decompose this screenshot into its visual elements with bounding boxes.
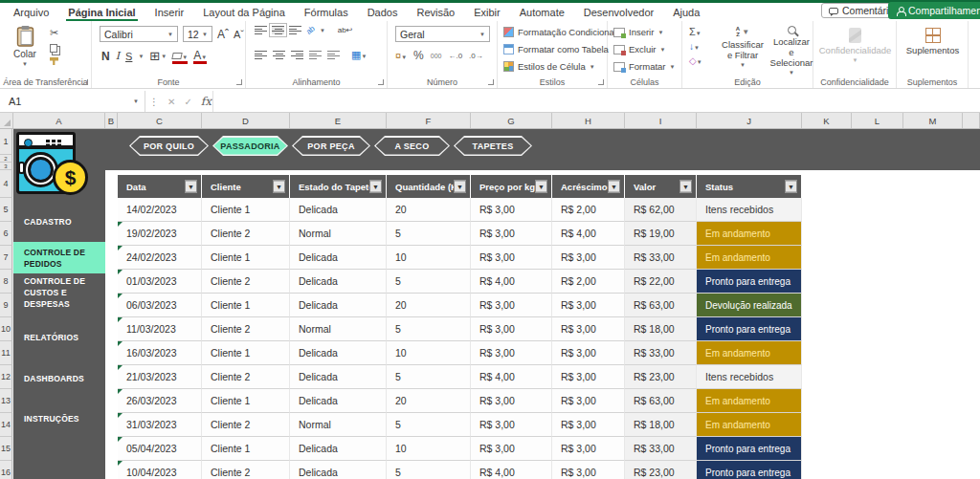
cell-data[interactable]: 26/03/2023 xyxy=(118,389,202,413)
ribbon-tab-arquivo[interactable]: Arquivo xyxy=(4,3,58,21)
row-header-11[interactable]: 11 xyxy=(0,341,12,365)
accounting-format-icon[interactable]: ¤▼ xyxy=(395,50,407,61)
clear-icon[interactable]: ◇▼ xyxy=(689,55,702,66)
table-header-valor[interactable]: Valor▼ xyxy=(625,175,697,198)
decrease-font-icon[interactable]: Aˇ xyxy=(234,29,244,40)
cell-cliente[interactable]: Cliente 1 xyxy=(202,437,290,461)
cell-valor[interactable]: R$ 33,00 xyxy=(625,437,697,461)
alignment-dialog-launcher[interactable] xyxy=(378,79,384,85)
cell-cliente[interactable]: Cliente 1 xyxy=(202,246,290,270)
cell-estado[interactable]: Delicada xyxy=(290,461,387,479)
number-dialog-launcher[interactable] xyxy=(488,79,494,85)
nav-tab-passadoria[interactable]: PASSADORIA xyxy=(212,136,288,156)
cell-status[interactable]: Pronto para entrega xyxy=(697,317,802,341)
cell-preco[interactable]: R$ 3,00 xyxy=(471,294,552,317)
cell-valor[interactable]: R$ 18,00 xyxy=(625,413,697,437)
align-left-icon[interactable] xyxy=(255,51,267,59)
row-header-2[interactable]: 2 xyxy=(0,155,12,163)
font-color-icon[interactable]: A▼ xyxy=(193,51,207,61)
format-painter-icon[interactable] xyxy=(50,57,58,65)
underline-button[interactable]: S xyxy=(125,51,132,62)
column-header-I[interactable]: I xyxy=(625,113,697,128)
column-header-A[interactable]: A xyxy=(13,113,105,128)
row-header-3[interactable]: 3 xyxy=(0,163,12,170)
cell-valor[interactable]: R$ 63,00 xyxy=(625,294,697,317)
cell-cliente[interactable]: Cliente 2 xyxy=(202,317,290,341)
cell-status[interactable]: Em andamento xyxy=(697,222,802,246)
column-header-G[interactable]: G xyxy=(471,113,552,128)
align-right-icon[interactable] xyxy=(291,51,303,59)
column-header-B[interactable]: B xyxy=(105,113,118,128)
cell-estado[interactable]: Delicada xyxy=(290,294,387,317)
italic-button[interactable]: I xyxy=(116,50,120,62)
cell-quantidade[interactable]: 10 xyxy=(387,246,471,270)
cell-preco[interactable]: R$ 4,00 xyxy=(471,365,552,389)
cell-data[interactable]: 19/02/2023 xyxy=(118,222,202,246)
borders-icon[interactable]: ⊞▼ xyxy=(149,49,167,63)
cell-preco[interactable]: R$ 3,00 xyxy=(471,222,552,246)
column-header-E[interactable]: E xyxy=(290,113,387,128)
cell-estado[interactable]: Delicada xyxy=(290,270,387,294)
ribbon-tab-exibir[interactable]: Exibir xyxy=(464,3,510,21)
table-header-cliente[interactable]: Cliente▼ xyxy=(202,175,290,198)
increase-indent-icon[interactable] xyxy=(327,51,340,59)
cell-preco[interactable]: R$ 3,00 xyxy=(471,437,552,461)
row-header-7[interactable]: 7 xyxy=(0,246,12,270)
insert-cells-button[interactable]: Inserir▼ xyxy=(613,27,663,37)
table-header-estado-do-tapete[interactable]: Estado do Tapete▼ xyxy=(290,175,387,198)
increase-font-icon[interactable]: Aˆ xyxy=(217,28,229,41)
cell-data[interactable]: 24/02/2023 xyxy=(118,246,202,270)
decrease-decimal-icon[interactable]: .0→ xyxy=(469,52,483,60)
format-cells-button[interactable]: Formatar▼ xyxy=(613,61,676,72)
bold-button[interactable]: N xyxy=(101,50,110,63)
clipboard-dialog-launcher[interactable] xyxy=(82,79,88,85)
copy-icon[interactable] xyxy=(50,44,57,53)
cell-preco[interactable]: R$ 3,00 xyxy=(471,317,552,341)
cell-valor[interactable]: R$ 23,00 xyxy=(625,461,697,479)
cell-cliente[interactable]: Cliente 2 xyxy=(202,222,290,246)
row-header-6[interactable]: 6 xyxy=(0,222,12,246)
share-button[interactable]: Compartilhamento xyxy=(888,2,980,19)
cell-preco[interactable]: R$ 4,00 xyxy=(471,461,552,479)
cell-acrescimo[interactable]: R$ 3,00 xyxy=(552,437,625,461)
row-header-15[interactable]: 15 xyxy=(0,437,12,461)
nav-tab-por-quilo[interactable]: POR QUILO xyxy=(129,136,209,156)
cell-estado[interactable]: Normal xyxy=(290,413,387,437)
cell-acrescimo[interactable]: R$ 3,00 xyxy=(552,413,625,437)
cell-quantidade[interactable]: 10 xyxy=(387,437,471,461)
ribbon-tab-dados[interactable]: Dados xyxy=(358,3,408,21)
column-header-F[interactable]: F xyxy=(387,113,471,128)
cell-acrescimo[interactable]: R$ 3,00 xyxy=(552,341,625,365)
align-center-icon[interactable] xyxy=(273,51,285,59)
cell-data[interactable]: 16/03/2023 xyxy=(118,341,202,365)
insert-function-icon[interactable]: fx xyxy=(201,95,212,108)
cell-cliente[interactable]: Cliente 1 xyxy=(202,341,290,365)
sidebar-item-dashboards[interactable]: DASHBOARDS xyxy=(13,369,105,388)
cell-acrescimo[interactable]: R$ 4,00 xyxy=(552,222,625,246)
styles-dialog-launcher[interactable] xyxy=(598,79,604,85)
cell-quantidade[interactable]: 20 xyxy=(387,198,471,222)
sidebar-item-relatorios[interactable]: RELATÓRIOS xyxy=(13,328,105,347)
increase-decimal-icon[interactable]: ←.0 xyxy=(448,52,462,60)
cell-quantidade[interactable]: 5 xyxy=(387,270,471,294)
cell-estado[interactable]: Delicada xyxy=(290,437,387,461)
cell-valor[interactable]: R$ 63,00 xyxy=(625,389,697,413)
cell-status[interactable]: Em andamento xyxy=(697,246,802,270)
cell-data[interactable]: 21/03/2023 xyxy=(118,365,202,389)
merge-center-icon[interactable]: ▦▼ xyxy=(351,49,367,61)
cell-estado[interactable]: Delicada xyxy=(290,198,387,222)
align-top-icon[interactable] xyxy=(255,26,267,34)
cell-preco[interactable]: R$ 3,00 xyxy=(471,389,552,413)
cell-valor[interactable]: R$ 19,00 xyxy=(625,222,697,246)
cell-valor[interactable]: R$ 18,00 xyxy=(625,317,697,341)
cell-valor[interactable]: R$ 23,00 xyxy=(625,365,697,389)
cell-status[interactable]: Itens recebidos xyxy=(697,365,802,389)
font-dialog-launcher[interactable] xyxy=(236,79,242,85)
table-header-quantidade-kg-[interactable]: Quantidade (Kg)▼ xyxy=(387,175,471,198)
cell-data[interactable]: 01/03/2023 xyxy=(118,270,202,294)
cell-estado[interactable]: Delicada xyxy=(290,365,387,389)
ribbon-tab-pagina-inicial[interactable]: Página Inicial xyxy=(58,3,145,21)
align-middle-icon[interactable] xyxy=(272,26,284,34)
cell-acrescimo[interactable]: R$ 2,00 xyxy=(552,198,625,222)
cell-quantidade[interactable]: 5 xyxy=(387,413,471,437)
